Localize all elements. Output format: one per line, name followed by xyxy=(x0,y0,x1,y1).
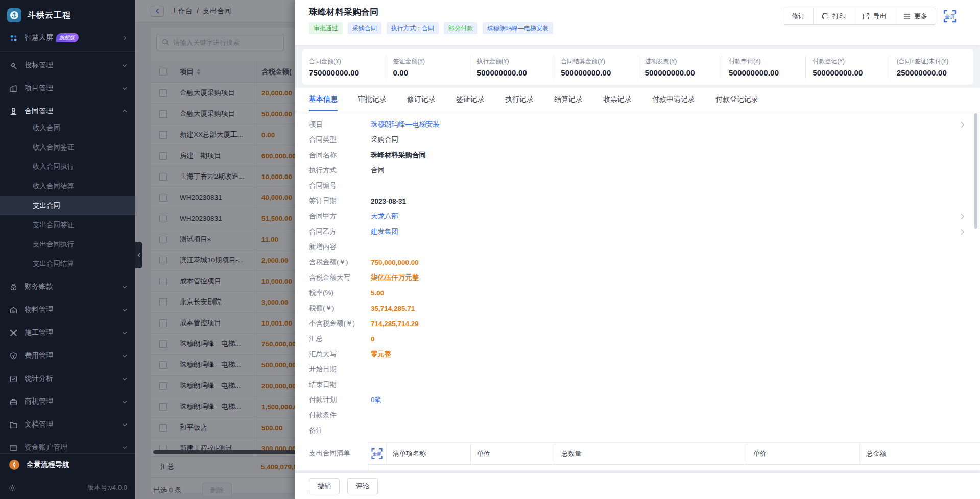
field-label: 税额(￥) xyxy=(309,304,371,313)
drawer-tab[interactable]: 付款登记记录 xyxy=(715,88,758,111)
drawer-tab[interactable]: 执行记录 xyxy=(505,88,534,111)
drawer-tab[interactable]: 结算记录 xyxy=(554,88,583,111)
panorama-nav-label: 全景流程导航 xyxy=(27,460,69,469)
summary-item-value: 250000000.00 xyxy=(897,68,973,77)
summary-item: 合同结算金额(¥) 500000000.00 xyxy=(554,56,637,78)
sidebar-item-income-visa[interactable]: 收入合同签证 xyxy=(0,138,135,157)
sidebar-item-doc[interactable]: 文档管理 xyxy=(0,413,135,436)
field-label: 合同类型 xyxy=(309,135,371,144)
field-label: 备注 xyxy=(309,426,371,435)
sidebar-item-stats[interactable]: 统计分析 xyxy=(0,367,135,390)
drawer-tab[interactable]: 基本信息 xyxy=(309,88,338,111)
chevron-right-icon xyxy=(123,36,127,40)
sidebar-subitem-label: 收入合同结算 xyxy=(33,182,74,191)
field-row-party-a: 合同甲方 天龙八部 xyxy=(295,209,980,224)
chevron-right-icon[interactable] xyxy=(960,228,965,237)
export-button[interactable]: 导出 xyxy=(854,8,895,24)
field-label: 汇总大写 xyxy=(309,350,371,359)
fullscreen-button[interactable]: 全屏 xyxy=(942,9,958,24)
expense-list-header: 全屏 清单项名称 单位 总数量 单价 总金额 xyxy=(368,443,980,464)
print-button[interactable]: 打印 xyxy=(813,8,854,24)
contract-detail-drawer: 珠峰材料采购合同 审批通过采购合同执行方式：合同部分付款珠穆朗玛峰—电梯安装 修… xyxy=(295,0,980,499)
more-button[interactable]: 更多 xyxy=(895,8,936,24)
sidebar-item-expense-exec[interactable]: 支出合同执行 xyxy=(0,235,135,254)
sidebar-item-expense[interactable]: 费用管理 xyxy=(0,344,135,367)
project-link[interactable]: 珠穆朗玛峰—电梯安装 xyxy=(371,120,440,129)
column-unit-price: 单价 xyxy=(747,443,861,464)
field-row-tax-amount: 税额(￥) 35,714,285.71 xyxy=(295,301,980,316)
sidebar-item-expense-settle[interactable]: 支出合同结算 xyxy=(0,254,135,273)
field-value: 750,000,000.00 xyxy=(371,259,419,266)
folder-icon xyxy=(9,420,18,429)
status-badge: 珠穆朗玛峰—电梯安装 xyxy=(483,22,553,34)
field-row-pay-plan: 付款计划 0笔 xyxy=(295,392,980,408)
drawer-title: 珠峰材料采购合同 xyxy=(309,6,378,18)
sidebar-item-label: 财务账款 xyxy=(25,282,53,291)
sidebar-item-label: 费用管理 xyxy=(25,351,53,360)
sidebar-item-expense-contract[interactable]: 支出合同 xyxy=(0,196,135,215)
summary-item-label: 付款申请(¥) xyxy=(729,57,805,66)
sidebar-item-construction[interactable]: 施工管理 xyxy=(0,321,135,344)
drawer-tab[interactable]: 付款申请记录 xyxy=(652,88,695,111)
drawer-body: 项目 珠穆朗玛峰—电梯安装 合同类型 采购合同 合同名称 珠峰材料采购合同 执行… xyxy=(295,111,980,470)
chevron-down-icon xyxy=(122,330,127,335)
sidebar-item-smart-screen[interactable]: 智慧大屏 旗舰版 xyxy=(0,27,135,49)
briefcase-icon xyxy=(9,397,18,406)
drawer-tabs: 基本信息审批记录修订记录签证记录执行记录结算记录收票记录付款申请记录付款登记记录 xyxy=(295,88,980,111)
expense-list-table: 全屏 清单项名称 单位 总数量 单价 总金额 xyxy=(368,442,980,470)
field-label: 项目 xyxy=(309,120,371,129)
sidebar-item-panorama-nav[interactable]: 全景流程导航 xyxy=(0,453,135,476)
revoke-button[interactable]: 撤销 xyxy=(309,478,340,494)
field-row-expense-list: 支出合同清单 全屏 清单项名称 单位 总数量 单价 总金额 xyxy=(295,442,980,470)
summary-item-value: 750000000.00 xyxy=(309,68,386,77)
building-icon xyxy=(9,84,18,93)
sidebar-item-income-exec[interactable]: 收入合同执行 xyxy=(0,157,135,177)
tools-icon xyxy=(9,329,18,337)
sidebar-collapse-handle[interactable] xyxy=(135,242,142,268)
pay-plan-link[interactable]: 0笔 xyxy=(371,395,381,405)
sidebar-subitem-label: 收入合同 xyxy=(33,123,60,133)
sidebar-item-project[interactable]: 项目管理 xyxy=(0,77,135,99)
drawer-tab[interactable]: 收票记录 xyxy=(603,88,632,111)
chevron-down-icon xyxy=(122,284,127,289)
field-label: 不含税金额(￥) xyxy=(309,319,371,328)
sidebar-subitem-label: 支出合同 xyxy=(33,201,60,210)
drawer-tab[interactable]: 签证记录 xyxy=(456,88,485,111)
revise-button[interactable]: 修订 xyxy=(783,8,813,24)
comment-button[interactable]: 评论 xyxy=(347,478,378,494)
party-b-link[interactable]: 建发集团 xyxy=(371,227,398,236)
summary-item-value: 500000000.00 xyxy=(561,68,637,77)
field-value: 柒亿伍仟万元整 xyxy=(371,273,419,282)
drawer-scrollbar[interactable] xyxy=(974,113,977,229)
table-fullscreen-button[interactable]: 全屏 xyxy=(368,443,387,464)
status-badge: 审批通过 xyxy=(309,22,343,34)
sidebar-item-income-contract[interactable]: 收入合同 xyxy=(0,118,135,138)
printer-icon xyxy=(822,13,829,20)
sidebar-item-finance[interactable]: 财务账款 xyxy=(0,276,135,298)
field-row-project: 项目 珠穆朗玛峰—电梯安装 xyxy=(295,117,980,132)
sidebar-item-bid[interactable]: 投标管理 xyxy=(0,54,135,77)
drawer-tab[interactable]: 审批记录 xyxy=(358,88,387,111)
field-value: 合同 xyxy=(371,166,385,175)
chevron-right-icon[interactable] xyxy=(960,213,965,222)
money-bag-icon xyxy=(9,283,18,291)
sidebar-item-business[interactable]: 商机管理 xyxy=(0,390,135,413)
sidebar-item-expense-visa[interactable]: 支出合同签证 xyxy=(0,215,135,235)
app-title: 斗栱云工程 xyxy=(28,10,71,21)
sidebar-item-material[interactable]: 物料管理 xyxy=(0,298,135,321)
sidebar-item-label: 施工管理 xyxy=(25,328,53,337)
party-a-link[interactable]: 天龙八部 xyxy=(371,212,398,221)
column-total-amount: 总金额 xyxy=(860,443,980,464)
flagship-badge: 旗舰版 xyxy=(56,33,79,42)
fullscreen-icon: 全屏 xyxy=(370,447,384,460)
sidebar-item-income-settle[interactable]: 收入合同结算 xyxy=(0,177,135,196)
field-label: 新增内容 xyxy=(309,242,371,252)
drawer-tab[interactable]: 修订记录 xyxy=(407,88,436,111)
svg-text:全屏: 全屏 xyxy=(373,451,382,456)
field-row-tax-incl-amount: 含税金额(￥) 750,000,000.00 xyxy=(295,255,980,270)
sidebar-divider xyxy=(0,51,135,52)
chevron-right-icon[interactable] xyxy=(960,121,965,130)
chevron-down-icon xyxy=(122,86,127,91)
summary-item: 签证金额(¥) 0.00 xyxy=(386,56,469,78)
gear-icon[interactable] xyxy=(8,484,17,492)
